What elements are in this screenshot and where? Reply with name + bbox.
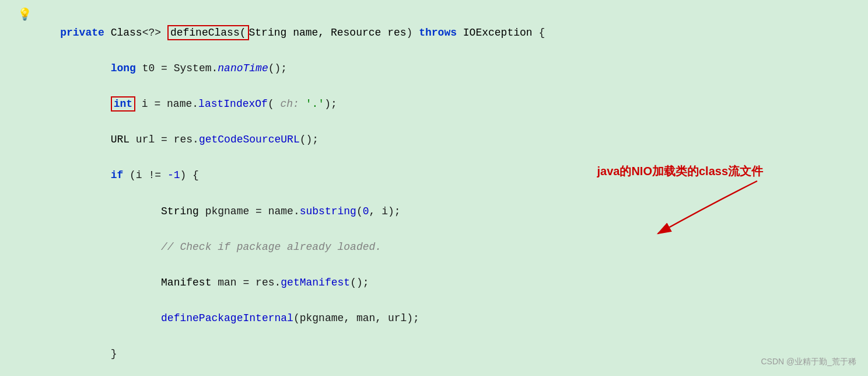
method-substring: substring <box>300 206 356 217</box>
keyword-if: if <box>111 169 124 181</box>
method-getcodesourceurl: getCodeSourceURL <box>199 134 300 145</box>
method-nanotime: nanoTime <box>218 62 268 74</box>
code-line-7: // Check if package already loaded. <box>35 220 856 256</box>
code-line-10: } <box>35 328 856 363</box>
param-hint-ch: ch: <box>281 98 299 110</box>
code-line-4: URL url = res.getCodeSourceURL(); <box>35 113 856 149</box>
keyword-throws: throws <box>419 27 457 39</box>
comment-check-pkg: // Check if package already loaded. <box>161 241 382 253</box>
code-line-1: private Class<?> defineClass(String name… <box>35 6 856 41</box>
method-getmanifest: getManifest <box>281 277 350 288</box>
code-line-8: Manifest man = res.getManifest(); <box>35 256 856 291</box>
code-line-9: definePackageInternal(pkgname, man, url)… <box>35 292 856 328</box>
keyword-int-highlight: int <box>111 96 135 112</box>
csdn-watermark: CSDN @业精于勤_荒于稀 <box>761 357 856 367</box>
type-class: Class <box>111 27 142 39</box>
type-manifest: Manifest <box>161 277 211 288</box>
method-lastindexof: lastIndexOf <box>198 98 268 110</box>
num-0: 0 <box>363 206 369 217</box>
code-container: 💡 private Class<?> defineClass(String na… <box>0 0 868 376</box>
type-url: URL <box>111 134 130 145</box>
char-dot: '.' <box>306 98 324 110</box>
keyword-int: int <box>114 98 132 110</box>
code-line-3: int i = name.lastIndexOf( ch: '.'); <box>35 77 856 113</box>
type-ioexception: IOException <box>463 27 533 39</box>
param-string: String name, Resource res <box>249 27 407 39</box>
method-definepackage: definePackageInternal <box>161 312 293 324</box>
code-line-2: long t0 = System.nanoTime(); <box>35 41 856 77</box>
keyword-long: long <box>111 62 136 74</box>
code-line-11: // Now read the class bytes and define t… <box>35 363 856 376</box>
method-defineclass: defineClass( <box>167 25 249 40</box>
number-neg1: -1 <box>167 169 180 181</box>
code-line-6: String pkgname = name.substring(0, i); <box>35 184 856 220</box>
keyword-private: private <box>60 27 104 39</box>
lightbulb-icon: 💡 <box>18 7 32 22</box>
type-string: String <box>161 206 199 217</box>
method-name: defineClass( <box>170 27 246 39</box>
annotation-text: java的NIO加载类的class流文件 <box>597 163 763 179</box>
